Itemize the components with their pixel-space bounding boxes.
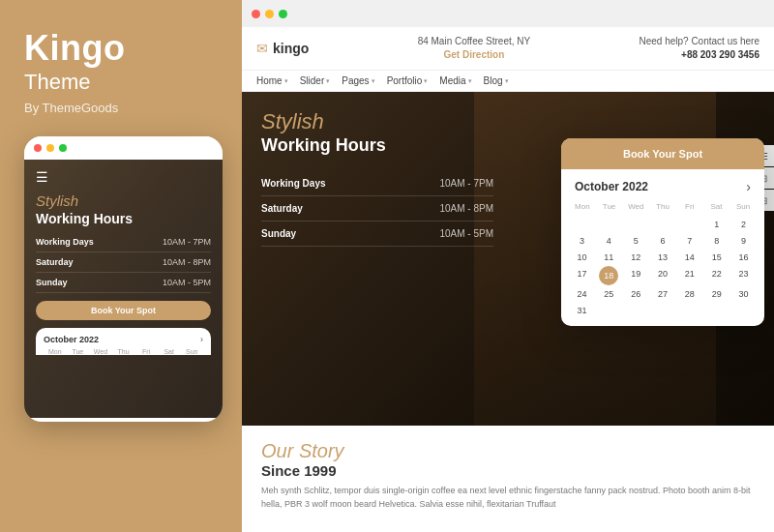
cal-cell[interactable]: 20 bbox=[650, 266, 676, 285]
nav-menu-slider[interactable]: Slider ▾ bbox=[300, 75, 331, 86]
mockup-cal-header: October 2022 › bbox=[44, 335, 203, 344]
cal-cell bbox=[623, 303, 649, 318]
cal-next-arrow-icon[interactable]: › bbox=[746, 179, 751, 194]
hero-schedule-label-3: Sunday bbox=[261, 228, 296, 239]
mockup-cal-day-thu: Thu bbox=[112, 348, 135, 355]
hero-schedule-label-2: Saturday bbox=[261, 203, 303, 214]
mockup-cal-day-mon: Mon bbox=[44, 348, 67, 355]
cal-cell bbox=[703, 303, 729, 318]
mockup-cal-next-icon[interactable]: › bbox=[200, 335, 203, 344]
cal-cell bbox=[569, 217, 595, 232]
cal-month-label: October 2022 bbox=[575, 180, 648, 193]
cal-cell[interactable]: 25 bbox=[596, 286, 622, 302]
cal-cell bbox=[676, 303, 702, 318]
nav-logo-icon: ✉ bbox=[256, 41, 268, 56]
cal-cell[interactable]: 18 bbox=[599, 266, 618, 285]
hero-schedule-label-1: Working Days bbox=[261, 178, 326, 189]
cal-cell[interactable]: 23 bbox=[730, 266, 757, 285]
cal-cell[interactable]: 14 bbox=[676, 250, 702, 265]
mockup-book-button[interactable]: Book Your Spot bbox=[36, 301, 211, 320]
cal-cell[interactable]: 8 bbox=[703, 233, 729, 249]
cal-cell[interactable]: 2 bbox=[730, 217, 757, 232]
cal-cell[interactable]: 3 bbox=[569, 233, 595, 249]
mockup-calendar: October 2022 › Mon Tue Wed Thu Fri Sat S… bbox=[36, 328, 211, 355]
cal-cell[interactable]: 31 bbox=[569, 303, 595, 318]
left-panel: Kingo Theme By ThemeGoods ☰ Stylish Work… bbox=[0, 0, 242, 532]
nav-blog-chevron-icon: ▾ bbox=[505, 77, 509, 85]
mockup-dot-yellow bbox=[46, 144, 54, 152]
cal-cell[interactable]: 22 bbox=[703, 266, 729, 285]
nav-slider-chevron-icon: ▾ bbox=[326, 77, 330, 85]
hero-section: Stylish Working Hours Working Days 10AM … bbox=[242, 92, 774, 426]
mockup-hamburger-icon: ☰ bbox=[36, 169, 211, 185]
cal-cell[interactable]: 15 bbox=[703, 250, 729, 265]
nav-menu-pages[interactable]: Pages ▾ bbox=[342, 75, 374, 86]
cal-cell[interactable]: 9 bbox=[730, 233, 757, 249]
mockup-top-bar bbox=[24, 136, 223, 160]
nav-media-chevron-icon: ▾ bbox=[468, 77, 472, 85]
cal-day-tue: Tue bbox=[596, 200, 623, 213]
hero-working-hours-title: Working Hours bbox=[261, 134, 493, 157]
cal-cell[interactable]: 28 bbox=[676, 286, 702, 302]
hero-schedule-row-3: Sunday 10AM - 5PM bbox=[261, 222, 493, 247]
mockup-row-label-1: Working Days bbox=[36, 237, 94, 247]
cal-cell bbox=[596, 217, 622, 232]
cal-cell[interactable]: 16 bbox=[730, 250, 757, 265]
nav-home-chevron-icon: ▾ bbox=[284, 77, 288, 85]
cal-cell[interactable]: 27 bbox=[650, 286, 676, 302]
cal-cell[interactable]: 5 bbox=[623, 233, 649, 249]
nav-menu: Home ▾ Slider ▾ Pages ▾ Portfolio ▾ Medi… bbox=[242, 71, 774, 92]
cal-cell[interactable]: 1 bbox=[703, 217, 729, 232]
cal-cell[interactable]: 7 bbox=[676, 233, 702, 249]
mockup-schedule-row-1: Working Days 10AM - 7PM bbox=[36, 237, 211, 252]
cal-cell[interactable]: 13 bbox=[650, 250, 676, 265]
cal-cell bbox=[650, 303, 676, 318]
mockup-working-hours: Working Hours bbox=[36, 210, 211, 227]
cal-cell bbox=[730, 303, 757, 318]
nav-address-text: 84 Main Coffee Street, NY bbox=[418, 35, 531, 48]
nav-menu-media[interactable]: Media ▾ bbox=[439, 75, 471, 86]
mockup-dot-green bbox=[59, 144, 67, 152]
story-text: Meh synth Schlitz, tempor duis single-or… bbox=[261, 485, 755, 511]
cal-book-button[interactable]: Book Your Spot bbox=[561, 138, 764, 169]
story-section: Our Story Since 1999 Meh synth Schlitz, … bbox=[242, 426, 774, 532]
cal-cell[interactable]: 21 bbox=[676, 266, 702, 285]
calendar-popup: Book Your Spot October 2022 › Mon Tue We… bbox=[561, 138, 764, 326]
nav-menu-blog[interactable]: Blog ▾ bbox=[484, 75, 509, 86]
mockup-row-label-2: Saturday bbox=[36, 257, 74, 267]
mockup-row-value-1: 10AM - 7PM bbox=[163, 237, 211, 247]
cal-cell[interactable]: 29 bbox=[703, 286, 729, 302]
cal-cell[interactable]: 10 bbox=[569, 250, 595, 265]
cal-cell[interactable]: 6 bbox=[650, 233, 676, 249]
cal-cell[interactable]: 11 bbox=[596, 250, 622, 265]
cal-cell[interactable]: 12 bbox=[623, 250, 649, 265]
nav-menu-home[interactable]: Home ▾ bbox=[256, 75, 288, 86]
cal-cell[interactable]: 4 bbox=[596, 233, 622, 249]
mockup-cal-day-sat: Sat bbox=[158, 348, 181, 355]
site-nav: ✉ kingo 84 Main Coffee Street, NY Get Di… bbox=[242, 27, 774, 71]
mockup-schedule-row-3: Sunday 10AM - 5PM bbox=[36, 278, 211, 293]
cal-cell bbox=[650, 217, 676, 232]
story-title-script: Our Story bbox=[261, 439, 755, 462]
mockup-cal-day-wed: Wed bbox=[89, 348, 112, 355]
nav-menu-portfolio[interactable]: Portfolio ▾ bbox=[387, 75, 429, 86]
hero-schedule-row-2: Saturday 10AM - 8PM bbox=[261, 196, 493, 222]
cal-cell bbox=[596, 303, 622, 318]
chrome-dot-yellow bbox=[265, 10, 274, 18]
mockup-cal-day-sun: Sun bbox=[180, 348, 203, 355]
nav-phone: +88 203 290 3456 bbox=[639, 48, 759, 62]
nav-address: 84 Main Coffee Street, NY Get Direction bbox=[418, 35, 531, 62]
cal-cell[interactable]: 26 bbox=[623, 286, 649, 302]
cal-cell[interactable]: 17 bbox=[569, 266, 595, 285]
cal-days-header: Mon Tue Wed Thu Fri Sat Sun bbox=[561, 200, 764, 213]
mockup-schedule-row-2: Saturday 10AM - 8PM bbox=[36, 257, 211, 273]
cal-cell[interactable]: 24 bbox=[569, 286, 595, 302]
mockup-inner: ☰ Stylish Working Hours Working Days 10A… bbox=[24, 160, 223, 365]
nav-get-direction[interactable]: Get Direction bbox=[418, 48, 531, 62]
brand-subtitle: Theme bbox=[24, 70, 218, 95]
nav-logo: ✉ kingo bbox=[256, 41, 309, 56]
cal-cell[interactable]: 30 bbox=[730, 286, 757, 302]
hero-schedule-row-1: Working Days 10AM - 7PM bbox=[261, 171, 493, 196]
cal-cell[interactable]: 19 bbox=[623, 266, 649, 285]
cal-header: October 2022 › bbox=[561, 169, 764, 200]
